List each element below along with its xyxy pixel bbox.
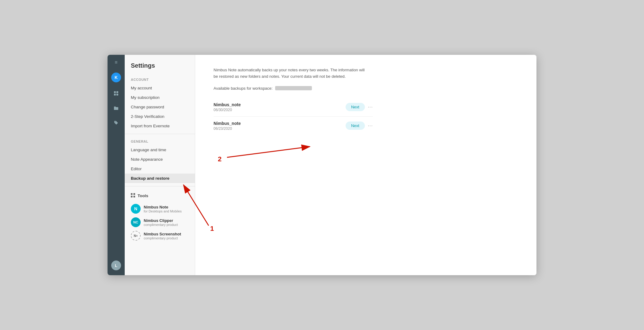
workspace-bar (275, 86, 312, 90)
nav-item-change-password[interactable]: Change password (125, 102, 195, 112)
svg-rect-1 (116, 91, 118, 93)
nimbus-screenshot-logo: N+ (131, 231, 141, 241)
backup-date-1: 06/30/2020 (214, 108, 241, 112)
next-button-1[interactable]: Next (346, 103, 365, 111)
nimbus-clipper-name: Nimbus Clipper (144, 218, 178, 223)
tool-nimbus-clipper[interactable]: NC Nimbus Clipper complimentary product (131, 216, 189, 229)
hamburger-icon[interactable]: ≡ (115, 60, 117, 65)
nav-item-language-time[interactable]: Language and time (125, 145, 195, 155)
tools-header: Tools (131, 193, 189, 198)
backup-list: Nimbus_note 06/30/2020 Next ··· Nimbus_n… (214, 98, 373, 135)
next-button-2[interactable]: Next (346, 122, 365, 130)
backup-item-1: Nimbus_note 06/30/2020 Next ··· (214, 98, 373, 117)
svg-rect-3 (116, 94, 118, 96)
backup-description: Nimbus Note automatically backs up your … (214, 67, 367, 80)
backup-info-2: Nimbus_note 06/23/2020 (214, 121, 241, 131)
workspace-label: Available backups for workspace: (214, 86, 518, 91)
nav-divider-2 (125, 186, 195, 186)
icon-sidebar: ≡ K L (108, 55, 125, 275)
nav-item-my-subscription[interactable]: My subscription (125, 93, 195, 102)
backup-info-1: Nimbus_note 06/30/2020 (214, 102, 241, 112)
svg-rect-7 (134, 196, 135, 198)
settings-nav: Settings Account My account My subscript… (125, 55, 195, 275)
tools-label: Tools (138, 193, 148, 198)
nimbus-screenshot-name: Nimbus Screenshot (144, 232, 181, 236)
backup-actions-1: Next ··· (346, 103, 373, 111)
tool-nimbus-screenshot[interactable]: N+ Nimbus Screenshot complimentary produ… (131, 229, 189, 242)
backup-item-2: Nimbus_note 06/23/2020 Next ··· (214, 117, 373, 135)
nimbus-note-name: Nimbus Note (144, 205, 182, 209)
tools-grid-icon (131, 193, 135, 198)
backup-actions-2: Next ··· (346, 122, 373, 130)
svg-rect-6 (131, 196, 133, 198)
nimbus-clipper-text: Nimbus Clipper complimentary product (144, 218, 178, 227)
account-section-label: Account (125, 75, 195, 83)
nav-item-editor[interactable]: Editor (125, 164, 195, 174)
settings-title: Settings (125, 60, 195, 75)
svg-rect-5 (134, 193, 135, 195)
nimbus-clipper-logo: NC (131, 217, 141, 227)
svg-rect-2 (114, 94, 116, 96)
nimbus-note-logo: N (131, 204, 141, 214)
nav-item-2step[interactable]: 2-Step Verification (125, 112, 195, 121)
general-section-label: General (125, 137, 195, 145)
tools-section: Tools N Nimbus Note for Desktops and Mob… (125, 189, 195, 245)
user-avatar-bottom[interactable]: L (111, 261, 121, 270)
tag-icon[interactable] (111, 118, 121, 128)
main-content: Nimbus Note automatically backs up your … (195, 55, 536, 275)
svg-rect-0 (114, 91, 116, 93)
nav-item-my-account[interactable]: My account (125, 83, 195, 93)
nimbus-note-text: Nimbus Note for Desktops and Mobiles (144, 205, 182, 213)
tool-nimbus-note[interactable]: N Nimbus Note for Desktops and Mobiles (131, 202, 189, 216)
backup-name-1: Nimbus_note (214, 102, 241, 107)
dots-button-1[interactable]: ··· (368, 104, 373, 110)
grid-icon[interactable] (111, 88, 121, 98)
backup-date-2: 06/23/2020 (214, 126, 241, 131)
nimbus-screenshot-text: Nimbus Screenshot complimentary product (144, 232, 181, 240)
nimbus-screenshot-sub: complimentary product (144, 236, 181, 240)
user-avatar-top[interactable]: K (111, 73, 121, 82)
dots-button-2[interactable]: ··· (368, 123, 373, 129)
nimbus-note-sub: for Desktops and Mobiles (144, 209, 182, 213)
backup-name-2: Nimbus_note (214, 121, 241, 126)
nav-item-backup-restore[interactable]: Backup and restore (125, 174, 195, 183)
svg-rect-4 (131, 193, 133, 195)
nimbus-clipper-sub: complimentary product (144, 223, 178, 227)
nav-item-import-evernote[interactable]: Import from Evernote (125, 121, 195, 131)
nav-item-note-appearance[interactable]: Note Appearance (125, 155, 195, 164)
folder-icon[interactable] (111, 103, 121, 113)
nav-divider-1 (125, 134, 195, 134)
